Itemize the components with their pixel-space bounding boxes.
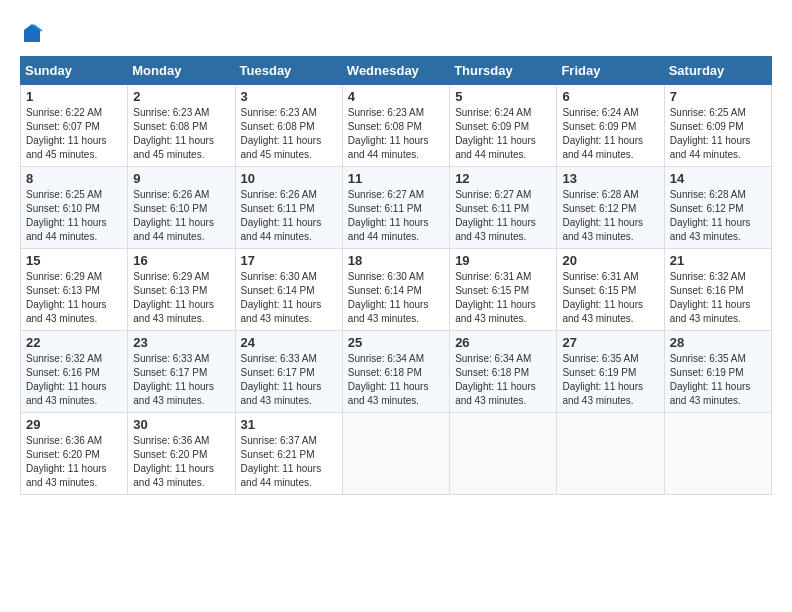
- calendar-cell: [664, 413, 771, 495]
- calendar-week-row: 29Sunrise: 6:36 AM Sunset: 6:20 PM Dayli…: [21, 413, 772, 495]
- calendar-cell: 23Sunrise: 6:33 AM Sunset: 6:17 PM Dayli…: [128, 331, 235, 413]
- day-number: 19: [455, 253, 551, 268]
- day-number: 16: [133, 253, 229, 268]
- day-number: 5: [455, 89, 551, 104]
- day-number: 15: [26, 253, 122, 268]
- calendar-cell: 14Sunrise: 6:28 AM Sunset: 6:12 PM Dayli…: [664, 167, 771, 249]
- day-number: 10: [241, 171, 337, 186]
- day-number: 1: [26, 89, 122, 104]
- calendar-cell: 6Sunrise: 6:24 AM Sunset: 6:09 PM Daylig…: [557, 85, 664, 167]
- day-number: 27: [562, 335, 658, 350]
- day-info: Sunrise: 6:24 AM Sunset: 6:09 PM Dayligh…: [562, 106, 658, 162]
- calendar-cell: 29Sunrise: 6:36 AM Sunset: 6:20 PM Dayli…: [21, 413, 128, 495]
- calendar-cell: 28Sunrise: 6:35 AM Sunset: 6:19 PM Dayli…: [664, 331, 771, 413]
- day-number: 6: [562, 89, 658, 104]
- day-info: Sunrise: 6:33 AM Sunset: 6:17 PM Dayligh…: [133, 352, 229, 408]
- day-info: Sunrise: 6:23 AM Sunset: 6:08 PM Dayligh…: [348, 106, 444, 162]
- day-number: 31: [241, 417, 337, 432]
- calendar-cell: 21Sunrise: 6:32 AM Sunset: 6:16 PM Dayli…: [664, 249, 771, 331]
- day-info: Sunrise: 6:37 AM Sunset: 6:21 PM Dayligh…: [241, 434, 337, 490]
- day-number: 3: [241, 89, 337, 104]
- day-info: Sunrise: 6:35 AM Sunset: 6:19 PM Dayligh…: [670, 352, 766, 408]
- day-number: 25: [348, 335, 444, 350]
- day-info: Sunrise: 6:36 AM Sunset: 6:20 PM Dayligh…: [133, 434, 229, 490]
- day-number: 17: [241, 253, 337, 268]
- page-header: [20, 20, 772, 46]
- calendar-cell: 12Sunrise: 6:27 AM Sunset: 6:11 PM Dayli…: [450, 167, 557, 249]
- day-info: Sunrise: 6:28 AM Sunset: 6:12 PM Dayligh…: [562, 188, 658, 244]
- day-number: 24: [241, 335, 337, 350]
- calendar-cell: 13Sunrise: 6:28 AM Sunset: 6:12 PM Dayli…: [557, 167, 664, 249]
- day-info: Sunrise: 6:34 AM Sunset: 6:18 PM Dayligh…: [348, 352, 444, 408]
- day-info: Sunrise: 6:26 AM Sunset: 6:10 PM Dayligh…: [133, 188, 229, 244]
- day-number: 9: [133, 171, 229, 186]
- calendar-week-row: 22Sunrise: 6:32 AM Sunset: 6:16 PM Dayli…: [21, 331, 772, 413]
- day-number: 20: [562, 253, 658, 268]
- calendar-cell: [342, 413, 449, 495]
- calendar-week-row: 15Sunrise: 6:29 AM Sunset: 6:13 PM Dayli…: [21, 249, 772, 331]
- calendar-cell: 4Sunrise: 6:23 AM Sunset: 6:08 PM Daylig…: [342, 85, 449, 167]
- day-info: Sunrise: 6:22 AM Sunset: 6:07 PM Dayligh…: [26, 106, 122, 162]
- day-info: Sunrise: 6:34 AM Sunset: 6:18 PM Dayligh…: [455, 352, 551, 408]
- header-friday: Friday: [557, 57, 664, 85]
- calendar-cell: 22Sunrise: 6:32 AM Sunset: 6:16 PM Dayli…: [21, 331, 128, 413]
- day-info: Sunrise: 6:33 AM Sunset: 6:17 PM Dayligh…: [241, 352, 337, 408]
- day-number: 29: [26, 417, 122, 432]
- day-info: Sunrise: 6:24 AM Sunset: 6:09 PM Dayligh…: [455, 106, 551, 162]
- day-number: 21: [670, 253, 766, 268]
- calendar-cell: 5Sunrise: 6:24 AM Sunset: 6:09 PM Daylig…: [450, 85, 557, 167]
- calendar-cell: 25Sunrise: 6:34 AM Sunset: 6:18 PM Dayli…: [342, 331, 449, 413]
- calendar-table: SundayMondayTuesdayWednesdayThursdayFrid…: [20, 56, 772, 495]
- header-wednesday: Wednesday: [342, 57, 449, 85]
- day-number: 18: [348, 253, 444, 268]
- day-info: Sunrise: 6:27 AM Sunset: 6:11 PM Dayligh…: [348, 188, 444, 244]
- calendar-cell: 3Sunrise: 6:23 AM Sunset: 6:08 PM Daylig…: [235, 85, 342, 167]
- day-number: 11: [348, 171, 444, 186]
- day-info: Sunrise: 6:29 AM Sunset: 6:13 PM Dayligh…: [133, 270, 229, 326]
- calendar-cell: 15Sunrise: 6:29 AM Sunset: 6:13 PM Dayli…: [21, 249, 128, 331]
- calendar-cell: 17Sunrise: 6:30 AM Sunset: 6:14 PM Dayli…: [235, 249, 342, 331]
- calendar-week-row: 8Sunrise: 6:25 AM Sunset: 6:10 PM Daylig…: [21, 167, 772, 249]
- calendar-cell: 7Sunrise: 6:25 AM Sunset: 6:09 PM Daylig…: [664, 85, 771, 167]
- calendar-cell: 2Sunrise: 6:23 AM Sunset: 6:08 PM Daylig…: [128, 85, 235, 167]
- calendar-cell: 27Sunrise: 6:35 AM Sunset: 6:19 PM Dayli…: [557, 331, 664, 413]
- calendar-cell: 10Sunrise: 6:26 AM Sunset: 6:11 PM Dayli…: [235, 167, 342, 249]
- calendar-cell: 30Sunrise: 6:36 AM Sunset: 6:20 PM Dayli…: [128, 413, 235, 495]
- header-sunday: Sunday: [21, 57, 128, 85]
- calendar-cell: 24Sunrise: 6:33 AM Sunset: 6:17 PM Dayli…: [235, 331, 342, 413]
- calendar-cell: 31Sunrise: 6:37 AM Sunset: 6:21 PM Dayli…: [235, 413, 342, 495]
- calendar-cell: 8Sunrise: 6:25 AM Sunset: 6:10 PM Daylig…: [21, 167, 128, 249]
- day-info: Sunrise: 6:25 AM Sunset: 6:09 PM Dayligh…: [670, 106, 766, 162]
- day-number: 12: [455, 171, 551, 186]
- calendar-header-row: SundayMondayTuesdayWednesdayThursdayFrid…: [21, 57, 772, 85]
- day-info: Sunrise: 6:30 AM Sunset: 6:14 PM Dayligh…: [241, 270, 337, 326]
- calendar-cell: 18Sunrise: 6:30 AM Sunset: 6:14 PM Dayli…: [342, 249, 449, 331]
- calendar-cell: 11Sunrise: 6:27 AM Sunset: 6:11 PM Dayli…: [342, 167, 449, 249]
- day-number: 22: [26, 335, 122, 350]
- calendar-cell: 1Sunrise: 6:22 AM Sunset: 6:07 PM Daylig…: [21, 85, 128, 167]
- day-number: 30: [133, 417, 229, 432]
- day-info: Sunrise: 6:23 AM Sunset: 6:08 PM Dayligh…: [241, 106, 337, 162]
- day-info: Sunrise: 6:26 AM Sunset: 6:11 PM Dayligh…: [241, 188, 337, 244]
- day-info: Sunrise: 6:31 AM Sunset: 6:15 PM Dayligh…: [455, 270, 551, 326]
- calendar-cell: 20Sunrise: 6:31 AM Sunset: 6:15 PM Dayli…: [557, 249, 664, 331]
- day-info: Sunrise: 6:23 AM Sunset: 6:08 PM Dayligh…: [133, 106, 229, 162]
- day-number: 4: [348, 89, 444, 104]
- calendar-cell: 26Sunrise: 6:34 AM Sunset: 6:18 PM Dayli…: [450, 331, 557, 413]
- day-info: Sunrise: 6:25 AM Sunset: 6:10 PM Dayligh…: [26, 188, 122, 244]
- day-number: 26: [455, 335, 551, 350]
- calendar-cell: 9Sunrise: 6:26 AM Sunset: 6:10 PM Daylig…: [128, 167, 235, 249]
- logo-icon: [20, 22, 44, 46]
- day-info: Sunrise: 6:30 AM Sunset: 6:14 PM Dayligh…: [348, 270, 444, 326]
- day-number: 8: [26, 171, 122, 186]
- day-number: 23: [133, 335, 229, 350]
- day-info: Sunrise: 6:29 AM Sunset: 6:13 PM Dayligh…: [26, 270, 122, 326]
- day-number: 14: [670, 171, 766, 186]
- day-info: Sunrise: 6:35 AM Sunset: 6:19 PM Dayligh…: [562, 352, 658, 408]
- day-number: 13: [562, 171, 658, 186]
- day-number: 2: [133, 89, 229, 104]
- header-saturday: Saturday: [664, 57, 771, 85]
- day-info: Sunrise: 6:32 AM Sunset: 6:16 PM Dayligh…: [26, 352, 122, 408]
- calendar-cell: [557, 413, 664, 495]
- day-info: Sunrise: 6:36 AM Sunset: 6:20 PM Dayligh…: [26, 434, 122, 490]
